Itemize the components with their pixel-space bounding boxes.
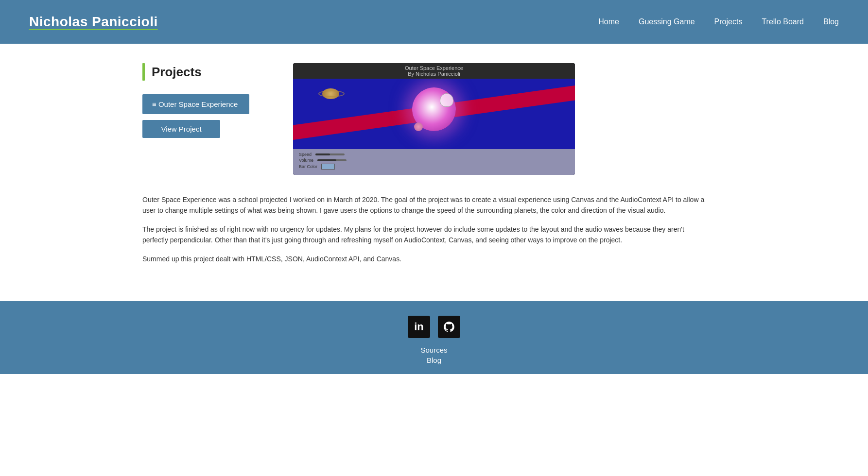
space-title-bar: Outer Space Experience By Nicholas Panic… (293, 63, 575, 79)
projects-heading: Projects (142, 63, 264, 81)
footer-blog-link[interactable]: Blog (0, 356, 868, 364)
astronaut-figure (440, 93, 453, 107)
main-nav: Home Guessing Game Projects Trello Board… (598, 17, 839, 26)
saturn-planet (322, 88, 339, 99)
site-header: Nicholas Paniccioli Home Guessing Game P… (0, 0, 868, 44)
site-title: Nicholas Paniccioli (29, 14, 158, 30)
nav-home[interactable]: Home (598, 17, 619, 26)
volume-label: Volume (299, 158, 313, 163)
main-content: Projects Outer Space Experience View Pro… (94, 44, 774, 301)
space-title-text: Outer Space Experience (405, 65, 463, 71)
footer-links: Sources Blog (0, 346, 868, 364)
linkedin-icon[interactable]: in (408, 316, 430, 338)
control-speed-row: Speed (299, 152, 569, 157)
color-label: Bar Color (299, 164, 317, 169)
description-paragraph-1: Outer Space Experience was a school proj… (142, 194, 706, 216)
description-paragraph-3: Summed up this project dealt with HTML/C… (142, 254, 706, 264)
nav-blog[interactable]: Blog (823, 17, 839, 26)
nav-projects[interactable]: Projects (714, 17, 743, 26)
footer-icons: in (0, 316, 868, 338)
space-subtitle-text: By Nicholas Paniccioli (408, 71, 460, 77)
speed-slider (315, 153, 345, 155)
project-description: Outer Space Experience was a school proj… (142, 194, 706, 264)
project-screenshot: Outer Space Experience By Nicholas Panic… (293, 63, 575, 175)
description-paragraph-2: The project is finished as of right now … (142, 224, 706, 246)
volume-slider (317, 159, 347, 161)
projects-sidebar: Projects Outer Space Experience View Pro… (142, 63, 264, 138)
nav-trello-board[interactable]: Trello Board (762, 17, 804, 26)
control-color-row: Bar Color (299, 164, 569, 170)
github-svg (443, 321, 455, 333)
speed-label: Speed (299, 152, 312, 157)
space-scene: Outer Space Experience By Nicholas Panic… (293, 63, 575, 175)
github-icon[interactable] (438, 316, 460, 338)
small-planet (414, 122, 423, 131)
color-swatch (321, 164, 335, 170)
project-name-button[interactable]: Outer Space Experience (142, 94, 249, 114)
space-canvas (293, 79, 575, 149)
nav-guessing-game[interactable]: Guessing Game (639, 17, 695, 26)
control-volume-row: Volume (299, 158, 569, 163)
heading-accent-bar (142, 63, 145, 81)
view-project-button[interactable]: View Project (142, 120, 220, 138)
section-title: Projects (152, 65, 202, 80)
site-footer: in Sources Blog (0, 301, 868, 374)
project-image-container: Outer Space Experience By Nicholas Panic… (293, 63, 575, 175)
space-controls: Speed Volume Bar Color (293, 149, 575, 175)
footer-sources-link[interactable]: Sources (0, 346, 868, 354)
